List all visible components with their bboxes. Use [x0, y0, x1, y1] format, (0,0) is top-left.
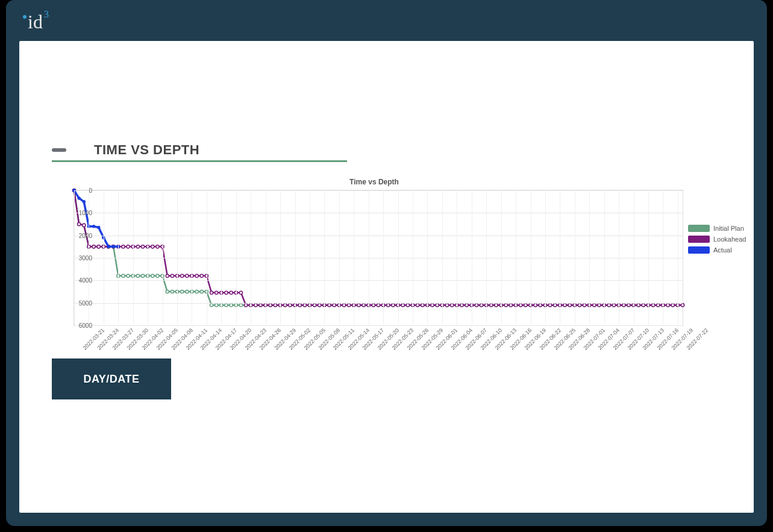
series-point — [333, 304, 336, 307]
series-point — [141, 245, 144, 248]
series-point — [460, 304, 463, 307]
logo-dot-icon — [23, 15, 27, 19]
series-point — [156, 245, 159, 248]
series-point — [666, 304, 669, 307]
chart-container: Time vs Depth 0100020003000400050006000 … — [52, 178, 696, 326]
series-point — [195, 274, 198, 277]
dash-icon — [52, 148, 66, 152]
series-point — [83, 224, 86, 227]
series-point — [127, 274, 130, 277]
series-point — [92, 245, 95, 248]
series-line — [74, 190, 683, 305]
series-point — [186, 290, 189, 293]
series-point — [387, 304, 390, 307]
series-point — [539, 304, 542, 307]
series-point — [225, 304, 228, 307]
series-point — [671, 304, 674, 307]
series-point — [83, 201, 85, 203]
series-point — [186, 274, 189, 277]
series-point — [244, 304, 247, 307]
series-point — [78, 222, 81, 225]
series-point — [524, 304, 527, 307]
series-point — [495, 304, 498, 307]
chart-plot-area[interactable]: 0100020003000400050006000 — [74, 190, 683, 326]
series-point — [509, 304, 512, 307]
series-point — [284, 304, 287, 307]
legend-swatch-lookahead — [688, 236, 710, 243]
y-tick: 6000 — [74, 322, 92, 329]
brand-logo: id3 — [23, 10, 49, 31]
series-point — [554, 304, 557, 307]
series-point — [642, 304, 645, 307]
series-point — [593, 304, 596, 307]
series-point — [622, 304, 625, 307]
day-date-button[interactable]: DAY/DATE — [52, 358, 171, 399]
chart-legend: Initial Plan Lookahead Actual — [688, 225, 746, 257]
series-point — [406, 304, 409, 307]
series-point — [98, 227, 100, 229]
series-point — [416, 304, 419, 307]
series-point — [269, 304, 272, 307]
series-point — [112, 245, 114, 248]
series-point — [681, 304, 684, 307]
series-point — [230, 291, 233, 294]
series-point — [303, 304, 306, 307]
series-point — [421, 304, 424, 307]
legend-label-actual: Actual — [713, 246, 732, 254]
series-point — [156, 274, 159, 277]
series-point — [171, 290, 174, 293]
series-point — [348, 304, 351, 307]
legend-actual[interactable]: Actual — [688, 246, 746, 254]
section-title: TIME VS DEPTH — [94, 142, 199, 158]
series-point — [239, 291, 242, 294]
series-point — [210, 291, 213, 294]
series-point — [93, 225, 95, 228]
series-point — [607, 304, 610, 307]
series-point — [480, 304, 483, 307]
series-point — [504, 304, 507, 307]
series-point — [612, 304, 615, 307]
series-point — [563, 304, 566, 307]
y-tick: 2000 — [74, 232, 92, 239]
series-point — [274, 304, 277, 307]
series-point — [318, 304, 321, 307]
top-bar: id3 — [6, 0, 767, 41]
series-point — [401, 304, 404, 307]
series-point — [377, 304, 380, 307]
brand-name: id — [28, 11, 43, 33]
series-point — [548, 304, 551, 307]
series-point — [122, 274, 125, 277]
series-point — [372, 304, 375, 307]
series-point — [259, 304, 262, 307]
series-point — [200, 290, 203, 293]
series-point — [136, 245, 139, 248]
section-header: TIME VS DEPTH — [52, 142, 754, 158]
series-point — [627, 304, 630, 307]
y-tick: 4000 — [74, 277, 92, 284]
series-point — [225, 291, 228, 294]
legend-lookahead[interactable]: Lookahead — [688, 236, 746, 243]
series-point — [151, 274, 154, 277]
series-point — [210, 304, 213, 307]
content-panel: TIME VS DEPTH Time vs Depth 010002000300… — [19, 41, 754, 513]
series-point — [328, 304, 331, 307]
series-point — [97, 245, 100, 248]
legend-swatch-initial — [688, 225, 710, 232]
series-point — [357, 304, 360, 307]
series-point — [171, 274, 174, 277]
series-point — [200, 274, 203, 277]
series-point — [445, 304, 448, 307]
series-point — [122, 245, 125, 248]
y-tick: 3000 — [74, 255, 92, 261]
series-point — [107, 245, 110, 248]
brand-super: 3 — [44, 9, 49, 19]
series-point — [637, 304, 640, 307]
series-point — [239, 304, 242, 307]
series-point — [431, 304, 434, 307]
y-tick: 1000 — [74, 210, 92, 216]
chart-title: Time vs Depth — [52, 178, 696, 186]
series-point — [519, 304, 522, 307]
series-point — [181, 274, 184, 277]
legend-initial-plan[interactable]: Initial Plan — [688, 225, 746, 232]
series-point — [568, 304, 571, 307]
